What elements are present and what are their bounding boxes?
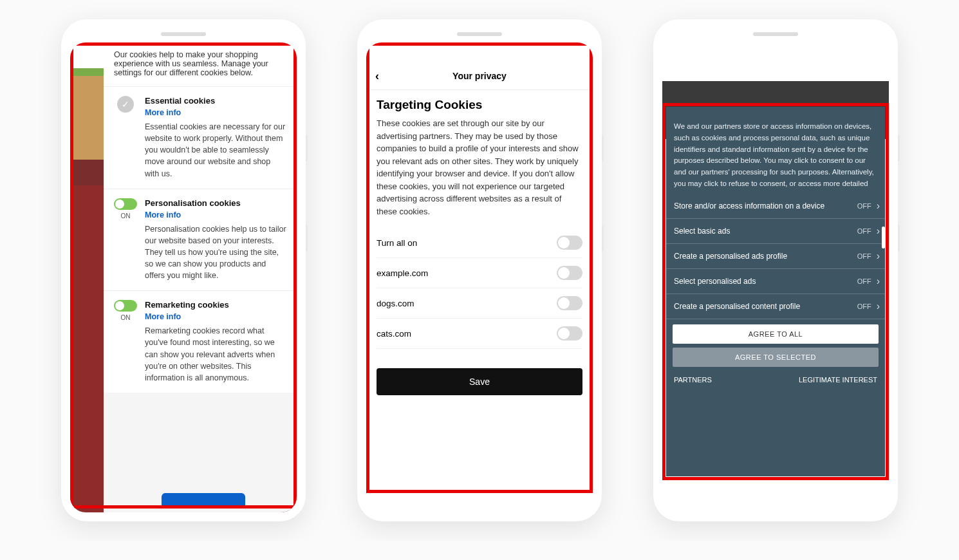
partners-link[interactable]: PARTNERS — [674, 376, 712, 384]
partner-row: cats.com — [377, 319, 582, 349]
section-desc: Personalisation cookies help us to tailo… — [145, 223, 286, 282]
phone-side-button — [898, 225, 900, 251]
partner-row: dogs.com — [377, 288, 582, 319]
intro-text: Our cookies help to make your shopping e… — [104, 42, 297, 86]
toggle-off[interactable] — [557, 296, 582, 310]
phone-screen: We and our partners store or access info… — [662, 42, 889, 512]
agree-all-button[interactable]: AGREE TO ALL — [673, 324, 879, 344]
phone-speaker — [161, 32, 206, 36]
toggle-on[interactable] — [114, 300, 137, 312]
phone-side-button — [602, 135, 604, 161]
save-button[interactable]: Save — [377, 368, 582, 395]
legitimate-interest-link[interactable]: LEGITIMATE INTEREST — [799, 376, 877, 384]
chevron-right-icon: › — [877, 250, 880, 262]
row-label: example.com — [377, 268, 428, 278]
scrollbar-thumb[interactable] — [882, 227, 885, 248]
chevron-right-icon: › — [877, 275, 880, 287]
phone-mockup-3: We and our partners store or access info… — [653, 19, 898, 521]
row-label: cats.com — [377, 329, 411, 339]
phone-side-button — [306, 135, 308, 161]
turn-all-on-row: Turn all on — [377, 228, 582, 258]
purpose-row[interactable]: Select personalised ads OFF› — [666, 269, 885, 294]
status-off: OFF — [857, 303, 871, 310]
purpose-label: Select personalised ads — [674, 277, 756, 286]
primary-button[interactable] — [162, 493, 245, 509]
cookie-settings-panel: Our cookies help to make your shopping e… — [104, 42, 297, 512]
status-off: OFF — [857, 277, 871, 285]
check-icon: ✓ — [117, 96, 134, 113]
cookie-section-remarketing: ON Remarketing cookies More info Remarke… — [104, 290, 297, 393]
agree-selected-button[interactable]: AGREE TO SELECTED — [673, 348, 879, 367]
section-desc: Remarketing cookies record what you've f… — [145, 325, 286, 384]
purpose-label: Store and/or access information on a dev… — [674, 201, 824, 210]
cookie-section-personalisation: ON Personalisation cookies More info Per… — [104, 189, 297, 291]
consent-panel: We and our partners store or access info… — [666, 107, 885, 476]
purpose-row[interactable]: Select basic ads OFF› — [666, 219, 885, 244]
purpose-label: Select basic ads — [674, 227, 730, 236]
consent-body-text: We and our partners store or access info… — [666, 107, 885, 194]
phone-speaker — [753, 32, 798, 36]
privacy-header: ‹ Your privacy — [366, 62, 593, 90]
partner-row: example.com — [377, 258, 582, 288]
phone-mockup-2: ‹ Your privacy Targeting Cookies These c… — [357, 19, 602, 521]
status-off: OFF — [857, 202, 871, 210]
chevron-right-icon: › — [877, 301, 880, 312]
header-title: Your privacy — [452, 71, 507, 81]
phone-side-button — [602, 225, 604, 251]
toggle-state-label: ON — [121, 314, 131, 321]
purpose-label: Create a personalised content profile — [674, 302, 800, 311]
phone-screen: Our cookies help to make your shopping e… — [70, 42, 297, 512]
phone-side-button — [306, 225, 308, 251]
status-off: OFF — [857, 252, 871, 260]
phone-speaker — [457, 32, 502, 36]
chevron-right-icon: › — [877, 200, 880, 212]
more-info-link[interactable]: More info — [145, 108, 286, 117]
purpose-row[interactable]: Create a personalised content profile OF… — [666, 294, 885, 319]
purpose-row[interactable]: Create a personalised ads profile OFF› — [666, 244, 885, 269]
section-desc: Essential cookies are necessary for our … — [145, 121, 286, 180]
toggle-off[interactable] — [557, 266, 582, 280]
phone-side-button — [898, 135, 900, 161]
page-title: Targeting Cookies — [377, 98, 582, 112]
status-off: OFF — [857, 227, 871, 235]
row-label: Turn all on — [377, 238, 417, 248]
cookie-section-essential: ✓ Essential cookies More info Essential … — [104, 86, 297, 189]
chevron-right-icon: › — [877, 225, 880, 237]
more-info-link[interactable]: More info — [145, 210, 286, 219]
toggle-off[interactable] — [557, 326, 582, 341]
purpose-row[interactable]: Store and/or access information on a dev… — [666, 194, 885, 219]
toggle-state-label: ON — [121, 212, 131, 219]
section-title: Personalisation cookies — [145, 198, 286, 208]
purposes-list: Store and/or access information on a dev… — [666, 194, 885, 319]
section-title: Remarketing cookies — [145, 300, 286, 310]
phone-screen: ‹ Your privacy Targeting Cookies These c… — [366, 42, 593, 512]
section-title: Essential cookies — [145, 96, 286, 106]
toggle-off[interactable] — [557, 236, 582, 250]
row-label: dogs.com — [377, 299, 414, 308]
toggle-on[interactable] — [114, 198, 137, 210]
phone-mockup-1: Our cookies help to make your shopping e… — [61, 19, 306, 521]
more-info-link[interactable]: More info — [145, 312, 286, 321]
page-desc: These cookies are set through our site b… — [377, 117, 582, 218]
back-icon[interactable]: ‹ — [375, 69, 379, 82]
purpose-label: Create a personalised ads profile — [674, 252, 787, 261]
